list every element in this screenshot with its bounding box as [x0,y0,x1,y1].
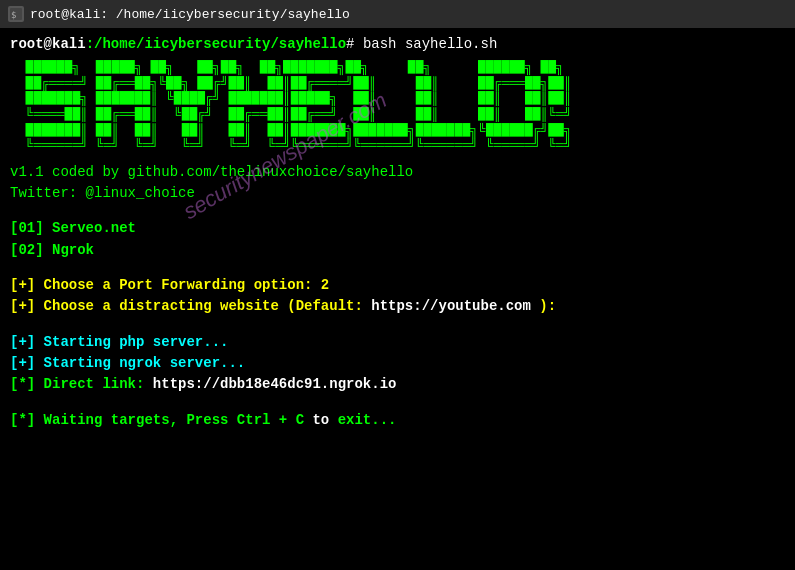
terminal-icon: $ [8,6,24,22]
menu-item-serveo: [01] Serveo.net [10,218,785,238]
title-bar: $ root@kali: /home/iicybersecurity/sayhe… [0,0,795,28]
choose-website-line: [+] Choose a distracting website (Defaul… [10,296,785,316]
waiting-exit: exit... [329,412,396,428]
blank1 [10,204,785,218]
prompt-user: root@kali [10,36,86,52]
terminal-window: root@kali:/home/iicybersecurity/sayhello… [0,28,795,570]
twitter-line: Twitter: @linux_choice [10,183,785,203]
blank2 [10,261,785,275]
waiting-tag: [*] Waiting targets, Press Ctrl + C [10,412,312,428]
choose-port-line: [+] Choose a Port Forwarding option: 2 [10,275,785,295]
choose-website-tag: [+] Choose a distracting website (Defaul… [10,298,371,314]
title-text: root@kali: /home/iicybersecurity/sayhell… [30,7,350,22]
choose-port-tag: [+] Choose a Port Forwarding option: 2 [10,277,329,293]
prompt-command: bash sayhello.sh [354,36,497,52]
blank4 [10,396,785,410]
direct-link-url: https://dbb18e46dc91.ngrok.io [153,376,397,392]
choose-website-paren: ): [539,298,556,314]
starting-ngrok-line: [+] Starting ngrok server... [10,353,785,373]
version-line1: v1.1 coded by github.com/thelinuxchoice/… [10,162,785,182]
starting-php-line: [+] Starting php server... [10,332,785,352]
blank3 [10,318,785,332]
waiting-to: to [312,412,329,428]
menu-item-ngrok: [02] Ngrok [10,240,785,260]
prompt-path: :/home/iicybersecurity/sayhello [86,36,346,52]
waiting-line: [*] Waiting targets, Press Ctrl + C to e… [10,410,785,430]
prompt-line: root@kali:/home/iicybersecurity/sayhello… [10,34,785,54]
choose-website-url: https://youtube.com [371,298,539,314]
direct-link-line: [*] Direct link: https://dbb18e46dc91.ng… [10,374,785,394]
direct-link-tag: [*] Direct link: [10,376,153,392]
svg-text:$: $ [11,10,16,20]
ascii-art-logo: ██████╗ █████╗ ██╗ ██╗██╗ ██╗███████╗██╗… [10,60,785,154]
logo-container: ██████╗ █████╗ ██╗ ██╗██╗ ██╗███████╗██╗… [10,60,785,154]
